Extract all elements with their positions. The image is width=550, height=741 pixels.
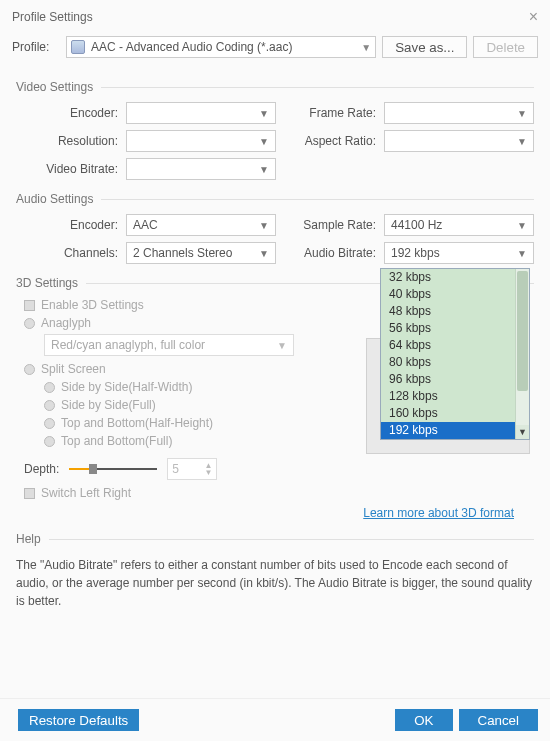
switch-lr-row[interactable]: Switch Left Right: [24, 486, 534, 500]
bitrate-option[interactable]: 80 kbps: [381, 354, 529, 371]
video-bitrate-label: Video Bitrate:: [16, 162, 126, 176]
dropdown-more-icon[interactable]: ▼: [515, 425, 529, 439]
channels-label: Channels:: [16, 246, 126, 260]
bitrate-option[interactable]: 96 kbps: [381, 371, 529, 388]
chevron-down-icon: ▼: [517, 136, 527, 147]
restore-defaults-button[interactable]: Restore Defaults: [18, 709, 139, 731]
profile-label: Profile:: [12, 40, 60, 54]
audio-bitrate-dropdown[interactable]: 32 kbps40 kbps48 kbps56 kbps64 kbps80 kb…: [380, 268, 530, 440]
sample-rate-value: 44100 Hz: [391, 218, 442, 232]
checkbox-icon: [24, 488, 35, 499]
bitrate-option[interactable]: 160 kbps: [381, 405, 529, 422]
bitrate-option[interactable]: 56 kbps: [381, 320, 529, 337]
ok-button[interactable]: OK: [395, 709, 452, 731]
anaglyph-mode-select[interactable]: Red/cyan anaglyph, full color ▼: [44, 334, 294, 356]
learn-more-link[interactable]: Learn more about 3D format: [16, 506, 514, 520]
chevron-down-icon: ▼: [259, 108, 269, 119]
audio-settings-heading: Audio Settings: [16, 192, 534, 206]
close-icon[interactable]: ×: [529, 8, 538, 26]
chevron-down-icon: ▼: [259, 220, 269, 231]
sample-rate-label: Sample Rate:: [276, 218, 384, 232]
radio-icon: [24, 318, 35, 329]
chevron-down-icon: ▼: [361, 42, 371, 53]
video-encoder-label: Encoder:: [16, 106, 126, 120]
radio-icon: [44, 382, 55, 393]
audio-bitrate-value: 192 kbps: [391, 246, 440, 260]
video-encoder-select[interactable]: ▼: [126, 102, 276, 124]
window-title: Profile Settings: [12, 10, 93, 24]
profile-select[interactable]: AAC - Advanced Audio Coding (*.aac) ▼: [66, 36, 376, 58]
chevron-down-icon: ▼: [517, 248, 527, 259]
chevron-down-icon: ▼: [259, 164, 269, 175]
aspect-ratio-select[interactable]: ▼: [384, 130, 534, 152]
depth-spinner[interactable]: 5 ▲▼: [167, 458, 217, 480]
bitrate-option[interactable]: 40 kbps: [381, 286, 529, 303]
profile-selected: AAC - Advanced Audio Coding (*.aac): [91, 40, 292, 54]
channels-value: 2 Channels Stereo: [133, 246, 232, 260]
audio-bitrate-select[interactable]: 192 kbps▼: [384, 242, 534, 264]
radio-icon: [44, 436, 55, 447]
audio-encoder-value: AAC: [133, 218, 158, 232]
help-text: The "Audio Bitrate" refers to either a c…: [16, 556, 534, 610]
depth-slider[interactable]: [69, 462, 157, 476]
chevron-down-icon: ▼: [517, 220, 527, 231]
chevron-down-icon: ▼: [277, 340, 287, 351]
spinner-arrows-icon: ▲▼: [204, 462, 212, 476]
dropdown-scrollbar[interactable]: [515, 269, 529, 425]
audio-bitrate-label: Audio Bitrate:: [276, 246, 384, 260]
chevron-down-icon: ▼: [259, 136, 269, 147]
frame-rate-select[interactable]: ▼: [384, 102, 534, 124]
save-as-button[interactable]: Save as...: [382, 36, 467, 58]
depth-label: Depth:: [24, 462, 59, 476]
bitrate-option[interactable]: 192 kbps: [381, 422, 529, 439]
depth-value: 5: [172, 462, 179, 476]
bitrate-option[interactable]: 32 kbps: [381, 269, 529, 286]
bitrate-option[interactable]: 128 kbps: [381, 388, 529, 405]
aspect-ratio-label: Aspect Ratio:: [276, 134, 384, 148]
bitrate-option[interactable]: 64 kbps: [381, 337, 529, 354]
resolution-select[interactable]: ▼: [126, 130, 276, 152]
chevron-down-icon: ▼: [259, 248, 269, 259]
delete-button: Delete: [473, 36, 538, 58]
cancel-button[interactable]: Cancel: [459, 709, 539, 731]
video-settings-heading: Video Settings: [16, 80, 534, 94]
frame-rate-label: Frame Rate:: [276, 106, 384, 120]
resolution-label: Resolution:: [16, 134, 126, 148]
radio-icon: [44, 418, 55, 429]
video-bitrate-select[interactable]: ▼: [126, 158, 276, 180]
anaglyph-mode-value: Red/cyan anaglyph, full color: [51, 338, 205, 352]
audio-encoder-select[interactable]: AAC▼: [126, 214, 276, 236]
channels-select[interactable]: 2 Channels Stereo▼: [126, 242, 276, 264]
chevron-down-icon: ▼: [517, 108, 527, 119]
format-icon: [71, 40, 85, 54]
audio-encoder-label: Encoder:: [16, 218, 126, 232]
radio-icon: [24, 364, 35, 375]
bitrate-option[interactable]: 48 kbps: [381, 303, 529, 320]
sample-rate-select[interactable]: 44100 Hz▼: [384, 214, 534, 236]
checkbox-icon: [24, 300, 35, 311]
help-heading: Help: [16, 532, 534, 546]
radio-icon: [44, 400, 55, 411]
